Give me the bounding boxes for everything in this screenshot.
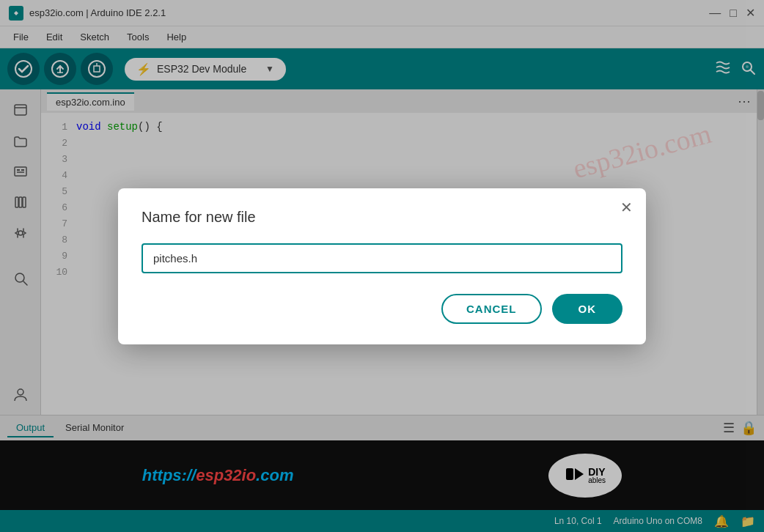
ok-button[interactable]: OK <box>552 294 623 324</box>
dialog-overlay: Name for new file ✕ CANCEL OK <box>0 0 764 532</box>
cancel-button[interactable]: CANCEL <box>441 294 542 324</box>
dialog: Name for new file ✕ CANCEL OK <box>118 188 646 344</box>
dialog-buttons: CANCEL OK <box>142 294 622 324</box>
dialog-close-button[interactable]: ✕ <box>620 199 633 216</box>
dialog-title: Name for new file <box>142 209 622 226</box>
filename-input[interactable] <box>142 243 622 273</box>
